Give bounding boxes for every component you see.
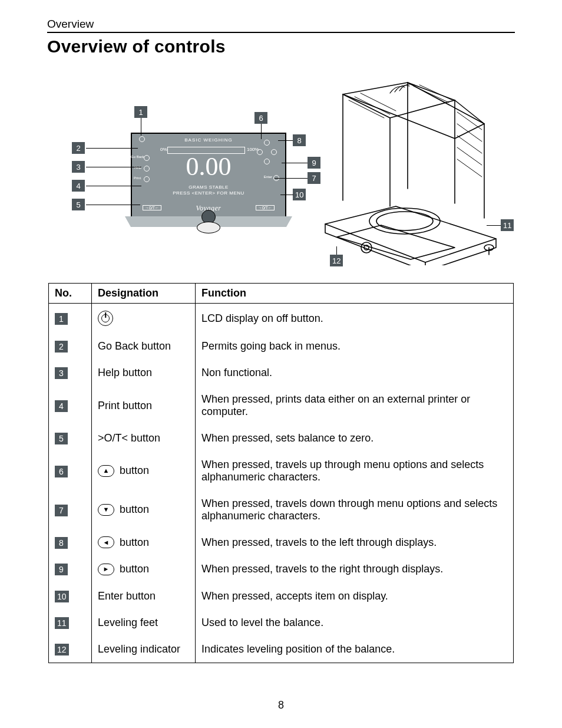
row-number-badge: 8: [55, 537, 68, 549]
row-number-badge: 6: [55, 466, 68, 477]
row-function-cell: When pressed, travels up through menu op…: [196, 452, 514, 490]
row-designation-text: Enter button: [98, 590, 156, 602]
row-number-badge: 11: [55, 617, 69, 629]
left-arrow-icon: ◄: [98, 536, 114, 548]
row-function-cell: Permits going back in menus.: [196, 333, 514, 360]
up-led[interactable]: [264, 140, 270, 146]
page-number: 8: [0, 699, 562, 711]
th-designation: Designation: [92, 284, 196, 304]
row-number-badge: 9: [55, 564, 68, 575]
right-led[interactable]: [271, 149, 277, 155]
go-back-label: Go Back: [131, 155, 144, 159]
row-designation-cell: Leveling feet: [92, 610, 196, 636]
down-led[interactable]: [264, 159, 270, 164]
running-header: Overview: [47, 18, 515, 33]
lcd-subtext: GRAMS STABLE PRESS <ENTER> FOR MENU: [132, 185, 285, 196]
go-back-led[interactable]: [144, 155, 150, 161]
row-number-cell: 1: [49, 304, 92, 334]
row-number-badge: 10: [55, 591, 69, 602]
th-function: Function: [196, 284, 514, 304]
row-number-badge: 2: [55, 341, 68, 353]
callout-6: 6: [254, 112, 267, 124]
row-designation-cell: ▲ button: [92, 452, 196, 490]
enter-label: Enter: [264, 175, 272, 179]
row-designation-cell: ◄ button: [92, 529, 196, 556]
row-designation-cell: [92, 304, 196, 334]
left-led[interactable]: [257, 149, 263, 155]
row-number-cell: 6: [49, 452, 92, 490]
row-number-cell: 10: [49, 583, 92, 610]
row-number-cell: 3: [49, 360, 92, 386]
row-designation-text: button: [117, 465, 149, 476]
row-designation-text: Leveling indicator: [98, 643, 180, 655]
row-number-cell: 11: [49, 610, 92, 636]
row-number-badge: 5: [55, 433, 68, 444]
lcd-sub-line1: GRAMS STABLE: [189, 185, 229, 190]
row-number-badge: 3: [55, 367, 68, 379]
row-number-cell: 5: [49, 425, 92, 452]
table-row: 9► buttonWhen pressed, travels to the ri…: [49, 556, 514, 582]
row-designation-text: Print button: [98, 400, 152, 411]
row-number-cell: 9: [49, 556, 92, 582]
row-number-cell: 12: [49, 636, 92, 663]
table-row: 10Enter buttonWhen pressed, accepts item…: [49, 583, 514, 610]
table-row: 5>O/T< buttonWhen pressed, sets balance …: [49, 425, 514, 452]
controls-table: No. Designation Function 1LCD display on…: [48, 283, 514, 663]
print-led[interactable]: [144, 176, 150, 182]
table-row: 1LCD display on off button.: [49, 304, 514, 334]
row-designation-cell: ▼ button: [92, 490, 196, 529]
row-designation-cell: Leveling indicator: [92, 636, 196, 663]
row-number-cell: 2: [49, 333, 92, 360]
svg-line-3: [414, 86, 449, 103]
table-row: 3Help buttonNon functional.: [49, 360, 514, 386]
power-led[interactable]: [139, 136, 145, 142]
table-row: 6▲ buttonWhen pressed, travels up throug…: [49, 452, 514, 490]
table-row: 2Go Back buttonPermits going back in men…: [49, 333, 514, 360]
table-row: 12Leveling indicatorIndicates leveling p…: [49, 636, 514, 663]
row-designation-text: button: [117, 536, 149, 548]
page-title: Overview of controls: [47, 37, 515, 57]
callout-11: 11: [501, 219, 514, 231]
callout-4: 4: [72, 180, 85, 192]
row-number-cell: 7: [49, 490, 92, 529]
row-designation-text: Go Back button: [98, 340, 171, 352]
row-function-cell: Used to level the balance.: [196, 610, 514, 636]
row-number-badge: 1: [55, 313, 68, 325]
callout-12: 12: [330, 255, 343, 266]
row-number-badge: 7: [55, 505, 68, 516]
table-row: 7▼ buttonWhen pressed, travels down thro…: [49, 490, 514, 529]
row-designation-cell: Help button: [92, 360, 196, 386]
row-number-badge: 12: [55, 644, 69, 655]
row-designation-cell: Go Back button: [92, 333, 196, 360]
callout-1: 1: [134, 106, 147, 118]
power-icon: [98, 311, 113, 326]
svg-line-8: [457, 147, 482, 165]
row-designation-cell: Enter button: [92, 583, 196, 610]
callout-2: 2: [72, 142, 85, 154]
table-row: 11Leveling feetUsed to level the balance…: [49, 610, 514, 636]
row-designation-text: Leveling feet: [98, 617, 158, 628]
tare-right-button[interactable]: →0/T←: [256, 205, 275, 210]
controls-figure: BASIC WEIGHING 0% 100% 0.00 GRAMS STABLE…: [48, 65, 514, 271]
down-arrow-icon: ▼: [98, 504, 114, 516]
table-row: 8◄ buttonWhen pressed, travels to the le…: [49, 529, 514, 556]
row-number-cell: 4: [49, 386, 92, 425]
table-row: 4Print buttonWhen pressed, prints data e…: [49, 386, 514, 425]
svg-line-7: [457, 136, 482, 153]
up-arrow-icon: ▲: [98, 465, 114, 477]
callout-7: 7: [308, 172, 320, 184]
row-function-cell: When pressed, sets balance to zero.: [196, 425, 514, 452]
row-number-badge: 4: [55, 400, 68, 412]
print-label: Print: [134, 176, 141, 180]
tare-left-button[interactable]: →0/T←: [143, 205, 161, 210]
help-led[interactable]: [144, 166, 150, 172]
lcd-panel: BASIC WEIGHING 0% 100% 0.00 GRAMS STABLE…: [131, 133, 286, 218]
row-function-cell: When pressed, travels down through menu …: [196, 490, 514, 529]
lcd-mode-label: BASIC WEIGHING: [184, 137, 233, 143]
row-designation-text: button: [117, 503, 149, 515]
callout-3: 3: [72, 161, 85, 173]
balance-illustration: [302, 71, 514, 265]
lcd-sub-line2: PRESS <ENTER> FOR MENU: [173, 190, 244, 196]
callout-10: 10: [293, 189, 306, 200]
row-designation-text: button: [117, 563, 149, 575]
